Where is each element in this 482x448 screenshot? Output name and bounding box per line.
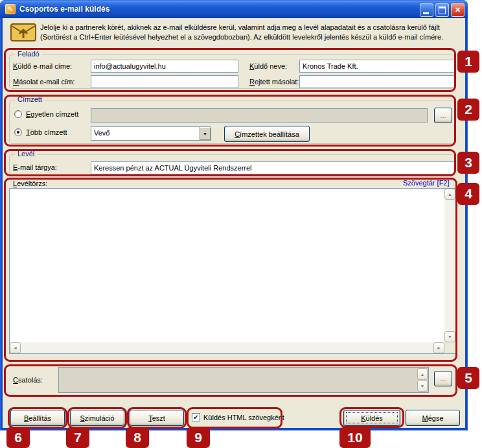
pencil-glyph: ✎ bbox=[7, 5, 13, 14]
callout-number-6: 6 bbox=[6, 427, 30, 448]
dialog-description: Jelölje ki a partnerek körét, akiknek az… bbox=[40, 23, 460, 42]
chevron-down-icon[interactable]: ▼ bbox=[199, 127, 211, 140]
arrow-down-icon: ▼ bbox=[448, 335, 452, 339]
combo-arrow-glyph: ▼ bbox=[203, 132, 207, 136]
cancel-label: Mégse bbox=[422, 414, 443, 422]
simulation-label: Szimuláció bbox=[80, 414, 114, 422]
sender-email-input[interactable] bbox=[91, 60, 238, 73]
attachment-field[interactable]: ▲ ▼ bbox=[58, 367, 429, 393]
app-pencil-icon: ✎ bbox=[5, 4, 16, 14]
sender-name-input[interactable] bbox=[299, 60, 455, 73]
callout-number-9: 9 bbox=[187, 427, 210, 448]
callout-number-7: 7 bbox=[66, 427, 89, 448]
multiple-recipients-radio[interactable] bbox=[14, 128, 22, 136]
screenshot-stage: ✎ Csoportos e-mail küldés ✕ Jelölje ki a… bbox=[0, 0, 482, 448]
send-label: Küldés bbox=[361, 414, 383, 422]
group-cimzett-title: Címzett bbox=[15, 95, 45, 103]
single-recipient-browse-button[interactable]: ... bbox=[434, 108, 452, 123]
ellipsis-icon: ... bbox=[440, 112, 446, 119]
arrow-down-icon: ▼ bbox=[420, 384, 425, 388]
arrow-up-icon: ▲ bbox=[420, 372, 425, 377]
horizontal-scrollbar[interactable]: ◄ ► bbox=[10, 342, 444, 353]
recipients-setup-label: Címzettek beállítása bbox=[235, 130, 299, 138]
callout-number-3: 3 bbox=[457, 152, 479, 174]
scroll-down-button[interactable]: ▼ bbox=[444, 331, 455, 342]
checkmark-icon: ✔ bbox=[193, 414, 198, 421]
spin-down-button[interactable]: ▼ bbox=[417, 380, 428, 392]
arrow-right-icon: ► bbox=[437, 346, 441, 350]
bcc-input[interactable] bbox=[299, 75, 455, 88]
multiple-recipients-label: Több címzett bbox=[26, 128, 67, 136]
close-icon: ✕ bbox=[455, 6, 461, 14]
attachment-label: Csatolás: bbox=[13, 376, 43, 384]
test-label: Teszt bbox=[148, 414, 165, 422]
attachment-browse-button[interactable]: ... bbox=[434, 371, 452, 386]
scroll-up-button[interactable]: ▲ bbox=[444, 189, 455, 200]
group-level-title: Levél bbox=[15, 150, 37, 158]
callout-number-4: 4 bbox=[457, 183, 479, 205]
message-body-textarea[interactable]: ▲ ▼ ◄ ► bbox=[9, 188, 456, 354]
title-bar: ✎ Csoportos e-mail küldés ✕ bbox=[0, 0, 468, 18]
callout-number-1: 1 bbox=[457, 51, 479, 73]
cc-email-input[interactable] bbox=[91, 75, 238, 88]
description-line1: Jelölje ki a partnerek körét, akiknek az… bbox=[40, 23, 460, 32]
callout-number-10: 10 bbox=[339, 427, 371, 448]
message-body-label: Levéltörzs: bbox=[13, 180, 47, 187]
bcc-label: Rejtett másolat: bbox=[249, 78, 299, 86]
maximize-button[interactable] bbox=[435, 3, 449, 17]
szovegtar-link[interactable]: Szövegtár [F2] bbox=[403, 179, 450, 187]
send-as-html-label: Küldés HTML szövegként bbox=[203, 414, 284, 421]
scrollbar-corner bbox=[444, 342, 455, 353]
send-as-html-checkbox[interactable]: ✔ bbox=[192, 413, 200, 421]
sender-name-label: Küldő neve: bbox=[249, 62, 287, 70]
recipient-type-dropdown[interactable]: Vevő ▼ bbox=[91, 126, 211, 141]
window-title: Csoportos e-mail küldés bbox=[19, 5, 109, 14]
single-recipient-radio[interactable] bbox=[14, 110, 22, 118]
test-button[interactable]: Teszt bbox=[130, 410, 184, 426]
arrow-left-icon: ◄ bbox=[13, 346, 17, 350]
attachment-spinner: ▲ ▼ bbox=[417, 368, 428, 392]
settings-label: Beállítás bbox=[24, 414, 51, 422]
simulation-button[interactable]: Szimuláció bbox=[70, 410, 124, 426]
cancel-button[interactable]: Mégse bbox=[406, 410, 460, 426]
scroll-left-button[interactable]: ◄ bbox=[10, 342, 21, 353]
arrow-up-icon: ▲ bbox=[448, 192, 452, 196]
send-mail-envelope-icon bbox=[10, 22, 36, 44]
single-recipient-label: Egyetlen címzett bbox=[26, 110, 78, 118]
subject-input[interactable] bbox=[91, 161, 455, 174]
recipients-setup-button[interactable]: Címzettek beállítása bbox=[224, 126, 310, 142]
subject-label: E-mail tárgya: bbox=[13, 163, 57, 171]
callout-number-5: 5 bbox=[457, 367, 479, 389]
radio-dot bbox=[17, 131, 19, 134]
group-felado-title: Feladó bbox=[15, 50, 42, 58]
callout-number-8: 8 bbox=[126, 427, 149, 448]
description-line2: (Sortörést a Ctrl+Enter leütésével helye… bbox=[40, 32, 460, 42]
ellipsis-icon: ... bbox=[440, 375, 446, 383]
spin-up-button[interactable]: ▲ bbox=[417, 368, 428, 380]
recipient-type-value: Vevő bbox=[94, 129, 109, 137]
scroll-right-button[interactable]: ► bbox=[433, 342, 444, 353]
cc-email-label: Másolat e-mail cím: bbox=[13, 78, 75, 86]
callout-number-2: 2 bbox=[457, 99, 479, 121]
sender-email-label: Küldő e-mail címe: bbox=[13, 62, 72, 70]
close-button[interactable]: ✕ bbox=[451, 3, 465, 17]
vertical-scrollbar[interactable]: ▲ ▼ bbox=[444, 189, 455, 342]
settings-button[interactable]: Beállítás bbox=[10, 410, 65, 426]
send-button[interactable]: Küldés bbox=[343, 410, 400, 426]
single-recipient-input[interactable] bbox=[91, 108, 428, 123]
minimize-button[interactable] bbox=[420, 3, 433, 17]
